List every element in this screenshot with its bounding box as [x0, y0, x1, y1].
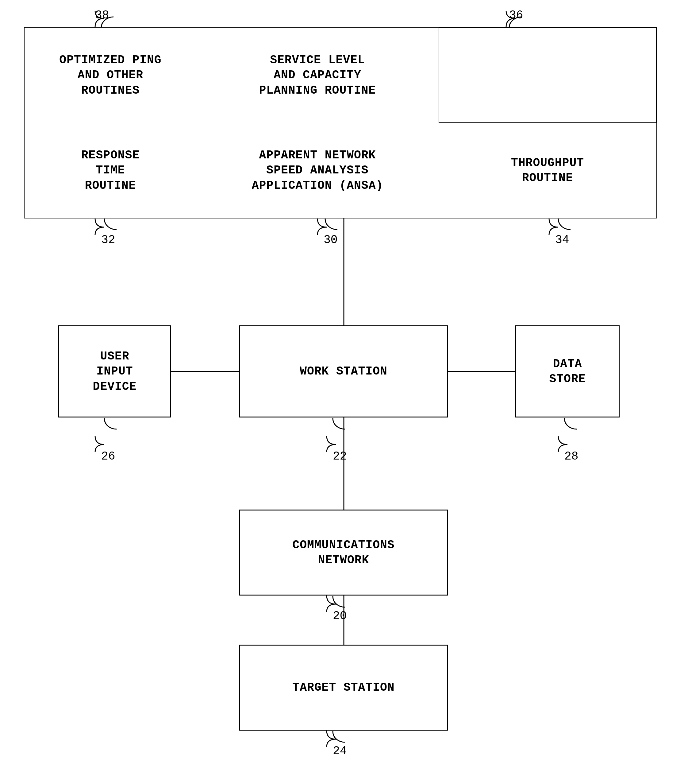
data-store-label: DATA STORE: [549, 356, 586, 387]
label-38: 38: [95, 8, 109, 22]
ansa-label: APPARENT NETWORK SPEED ANALYSIS APPLICAT…: [252, 148, 383, 193]
communications-label: COMMUNICATIONS NETWORK: [292, 537, 394, 568]
label-36: 36: [509, 8, 523, 22]
label-20: 20: [333, 609, 347, 623]
user-input-label: USER INPUT DEVICE: [93, 349, 137, 394]
label-32: 32: [101, 233, 115, 247]
throughput-box: THROUGHPUT ROUTINE: [438, 123, 657, 218]
label-34: 34: [555, 233, 569, 247]
communications-box: COMMUNICATIONS NETWORK: [239, 510, 448, 596]
label-24: 24: [333, 744, 347, 758]
response-time-box: RESPONSE TIME ROUTINE: [25, 123, 196, 218]
target-station-box: TARGET STATION: [239, 645, 448, 731]
ansa-box: APPARENT NETWORK SPEED ANALYSIS APPLICAT…: [196, 123, 438, 218]
optimized-ping-box: OPTIMIZED PING AND OTHER ROUTINES: [25, 28, 196, 123]
label-28: 28: [564, 450, 578, 463]
label-26: 26: [101, 450, 115, 463]
work-station-label: WORK STATION: [300, 364, 388, 379]
response-time-label: RESPONSE TIME ROUTINE: [81, 148, 140, 193]
user-input-box: USER INPUT DEVICE: [58, 325, 171, 417]
throughput-label: THROUGHPUT ROUTINE: [511, 155, 584, 186]
service-level-box: SERVICE LEVEL AND CAPACITY PLANNING ROUT…: [196, 28, 438, 123]
diagram-container: OPTIMIZED PING AND OTHER ROUTINES SERVIC…: [0, 0, 688, 784]
service-level-label: SERVICE LEVEL AND CAPACITY PLANNING ROUT…: [259, 53, 376, 98]
label-30: 30: [323, 233, 338, 247]
label-22: 22: [333, 450, 347, 463]
data-store-box: DATA STORE: [515, 325, 620, 417]
target-station-label: TARGET STATION: [292, 680, 394, 695]
optimized-ping-label: OPTIMIZED PING AND OTHER ROUTINES: [59, 53, 161, 98]
work-station-box: WORK STATION: [239, 325, 448, 417]
